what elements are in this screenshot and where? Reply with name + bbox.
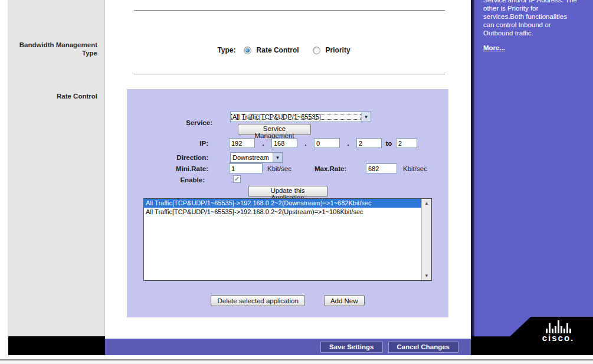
type-label: Type: (217, 46, 235, 54)
enable-label: Enable: (127, 176, 205, 183)
bottom-gray-strip (0, 360, 593, 364)
service-management-button[interactable]: Service Management (238, 124, 311, 135)
scroll-up-icon[interactable]: ▲ (422, 201, 431, 206)
help-text-line: Service and/or IP Address. The (483, 0, 585, 4)
help-text-line: services.Both functionalities (483, 12, 585, 21)
chevron-down-icon[interactable]: ▼ (361, 112, 371, 122)
ip-to-label: to (382, 140, 396, 147)
help-text: Service and/or IP Address. The other is … (483, 0, 585, 37)
mini-rate-label: Mini.Rate: (127, 165, 208, 172)
ip-octet-1-input[interactable] (229, 138, 255, 148)
ip-row: . . . to (229, 138, 417, 148)
direction-select[interactable]: Downstream ▼ (230, 152, 283, 163)
rate-control-section-label: Rate Control (15, 92, 97, 100)
help-panel: Service and/or IP Address. The other is … (471, 0, 593, 355)
priority-radio-label[interactable]: Priority (326, 46, 350, 54)
applications-listbox[interactable]: All Traffic[TCP&UDP/1~65535]->192.168.0.… (143, 198, 432, 281)
add-new-button[interactable]: Add New (324, 295, 365, 306)
rate-control-radio[interactable] (244, 47, 251, 54)
ip-to-input[interactable] (396, 138, 417, 148)
ip-octet-2-input[interactable] (271, 138, 297, 148)
help-text-line: other is Priority for (483, 4, 585, 12)
ip-label: IP: (127, 140, 208, 147)
mini-rate-unit: Kbit/sec (267, 165, 291, 172)
mini-rate-input[interactable] (229, 163, 263, 173)
cisco-bridge-icon (533, 320, 584, 333)
help-panel-left-border (471, 0, 474, 355)
ip-dot-3: . (340, 140, 356, 147)
bandwidth-management-type-label: Bandwidth Management Type (15, 41, 97, 57)
service-select[interactable]: All Traffic[TCP&UDP/1~65535] ▼ (230, 112, 371, 122)
save-settings-button[interactable]: Save Settings (320, 342, 382, 353)
direction-label: Direction: (127, 154, 208, 161)
rate-control-panel: Service: All Traffic[TCP&UDP/1~65535] ▼ … (127, 89, 448, 317)
ip-octet-4-input[interactable] (356, 138, 382, 148)
rate-control-radio-label[interactable]: Rate Control (257, 46, 299, 54)
application-row-downstream[interactable]: All Traffic[TCP&UDP/1~65535]->192.168.0.… (144, 199, 421, 208)
max-rate-input[interactable] (366, 163, 397, 173)
divider-top (134, 10, 445, 11)
update-application-button[interactable]: Update this Application (248, 186, 327, 197)
help-text-line: can control Inbound or (483, 21, 585, 29)
max-rate-label: Max.Rate: (314, 165, 346, 172)
panel-button-row: Delete selected application Add New (127, 295, 448, 306)
main-content: Type: Rate Control Priority Service: All… (105, 0, 471, 339)
service-select-value: All Traffic[TCP&UDP/1~65535] (231, 113, 361, 120)
ip-dot-1: . (255, 140, 271, 147)
cisco-brand-name: cisco. (533, 333, 584, 343)
max-rate-unit: Kbit/sec (403, 165, 427, 172)
type-row: Type: Rate Control Priority (105, 46, 471, 54)
scroll-down-icon[interactable]: ▼ (422, 273, 431, 278)
application-row-upstream[interactable]: All Traffic[TCP&UDP/1~65535]->192.168.0.… (144, 208, 421, 217)
enable-checkbox[interactable]: ✓ (233, 175, 241, 183)
window-left-margin (0, 0, 8, 364)
divider-middle (134, 74, 445, 74)
bottom-white-strip (0, 355, 593, 359)
left-nav-panel: Bandwidth Management Type Rate Control (8, 0, 105, 336)
priority-radio[interactable] (313, 47, 320, 54)
direction-select-value: Downstream (231, 154, 273, 161)
action-bar: Save Settings Cancel Changes (105, 339, 471, 355)
cancel-changes-button[interactable]: Cancel Changes (388, 342, 458, 353)
delete-application-button[interactable]: Delete selected application (211, 295, 304, 306)
more-link[interactable]: More... (483, 44, 505, 51)
cisco-logo: cisco. (533, 320, 584, 343)
help-text-line: Outbound traffic. (483, 29, 585, 37)
chevron-down-icon[interactable]: ▼ (273, 153, 282, 162)
ip-dot-2: . (297, 140, 314, 147)
ip-octet-3-input[interactable] (314, 138, 340, 148)
service-label: Service: (127, 119, 212, 126)
left-footer-black-bar (8, 336, 105, 355)
listbox-scrollbar[interactable]: ▲ ▼ (421, 199, 431, 280)
